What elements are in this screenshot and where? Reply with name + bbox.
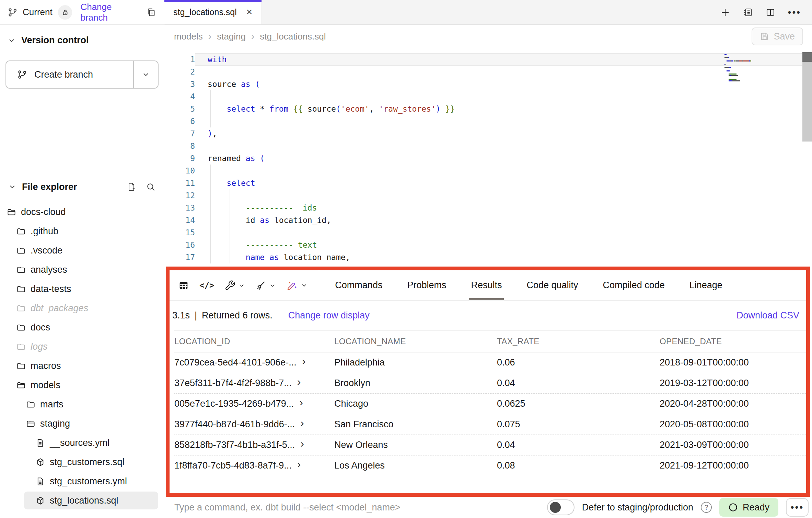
table-row[interactable]: 1f8ffa70-7cb5-4d83-8a7f-9...›Los Angeles… [174,455,806,476]
new-tab-icon[interactable] [720,7,730,18]
create-branch-button[interactable]: Create branch [6,61,133,88]
tree-item-stg-customers-yml[interactable]: stg_customers.yml [0,472,164,491]
expand-cell-icon[interactable]: › [297,459,301,470]
git-branch-icon [17,69,27,80]
changelog-icon[interactable] [743,7,753,18]
tree-item-dbt-packages[interactable]: dbt_packages [0,299,164,318]
command-bar: Defer to staging/production ? Ready ••• [164,497,812,518]
code-line-1[interactable]: 1with [164,53,802,66]
results-panel-annotated: </> [166,267,810,497]
code-line-3[interactable]: 3source as ( [164,78,802,90]
tree-item-staging[interactable]: staging [0,414,164,433]
scrollbar-thumb[interactable] [802,52,812,62]
table-view-icon[interactable] [174,280,194,291]
status-circle-icon [728,503,738,512]
code-line-9[interactable]: 9renamed as ( [164,152,802,165]
tree-item--github[interactable]: .github [0,222,164,241]
tree-item-label: models [31,380,60,391]
tree-item-analyses[interactable]: analyses [0,260,164,279]
line-number: 12 [164,189,195,202]
code-view-icon[interactable]: </> [195,281,219,290]
code-line-13[interactable]: 13 ---------- ids [164,202,802,214]
cell-location_id: 3977f440-b87d-461b-9dd6-...› [174,419,334,430]
tree-item-logs[interactable]: logs [0,337,164,356]
line-number: 16 [164,239,195,251]
line-number: 10 [164,165,195,177]
tree-item-stg-locations-sql[interactable]: stg_locations.sql [0,491,164,510]
download-csv-link[interactable]: Download CSV [736,310,799,321]
new-file-icon[interactable] [127,182,136,192]
branch-topbar: Current Change branch [0,0,164,25]
expand-cell-icon[interactable]: › [300,417,304,428]
code-line-10[interactable]: 10 [164,165,802,177]
code-line-5[interactable]: 5 select * from {{ source('ecom', 'raw_s… [164,103,802,115]
line-number: 11 [164,177,195,189]
panel-tab-commands[interactable]: Commands [323,270,395,300]
tree-item-macros[interactable]: macros [0,356,164,375]
cell-location_name: New Orleans [334,440,497,450]
defer-toggle[interactable] [547,499,575,515]
cleanup-icon[interactable] [251,280,280,291]
table-row[interactable]: 7c079cea-5ed4-4101-906e-...›Philadelphia… [174,352,806,373]
tree-item-marts[interactable]: marts [0,395,164,414]
code-line-15[interactable]: 15 [164,226,802,239]
table-row[interactable]: 858218fb-73f7-4b1b-a31f-5...›New Orleans… [174,435,806,455]
copy-branch-icon[interactable] [146,7,156,18]
tree-item-data-tests[interactable]: data-tests [0,279,164,299]
minimap[interactable] [724,54,798,82]
split-pane-icon[interactable] [765,7,776,18]
panel-tab-compiled-code[interactable]: Compiled code [591,270,677,300]
close-tab-icon[interactable]: ✕ [246,8,253,17]
panel-tab-problems[interactable]: Problems [395,270,459,300]
tab-stg-locations-sql[interactable]: stg_locations.sql ✕ [164,0,262,24]
change-branch-link[interactable]: Change branch [80,2,141,23]
change-row-display-link[interactable]: Change row display [288,310,370,321]
code-line-14[interactable]: 14 id as location_id, [164,214,802,226]
help-icon[interactable]: ? [701,502,712,513]
expand-cell-icon[interactable]: › [297,376,301,387]
file-doc-icon [36,438,45,448]
code-line-4[interactable]: 4 [164,90,802,103]
code-line-7[interactable]: 7), [164,127,802,140]
tree-item--vscode[interactable]: .vscode [0,241,164,260]
tree-item-stg-customers-sql[interactable]: stg_customers.sql [0,452,164,472]
more-options-icon[interactable]: ••• [788,8,801,17]
create-branch-dropdown[interactable] [134,61,158,88]
build-tools-icon[interactable] [220,280,250,291]
tree-item-docs[interactable]: docs [0,318,164,337]
code-line-17[interactable]: 17 name as location_name, [164,251,802,263]
code-line-16[interactable]: 16 ---------- text [164,239,802,251]
toggle-knob [550,502,561,513]
table-row[interactable]: 005e7e1c-1935-4269-b479...›Chicago0.0625… [174,394,806,414]
tree-item-models[interactable]: models [0,375,164,395]
folder-icon [16,265,26,274]
code-line-11[interactable]: 11 select [164,177,802,189]
save-button[interactable]: Save [752,27,803,45]
cell-opened_date: 2019-03-12T00:00:00 [660,378,806,388]
code-line-6[interactable]: 6 [164,115,802,127]
cell-location_name: Chicago [334,398,497,409]
more-actions-button[interactable]: ••• [786,498,809,517]
tree-item-label: macros [31,361,61,371]
code-lines: 1with23source as (45 select * from {{ so… [164,53,802,263]
expand-cell-icon[interactable]: › [302,356,306,367]
results-info-row: 3.1s | Returned 6 rows. Change row displ… [170,301,806,330]
ai-assist-icon[interactable] [282,280,312,291]
table-row[interactable]: 3977f440-b87d-461b-9dd6-...›San Francisc… [174,414,806,435]
ready-status-button[interactable]: Ready [719,498,778,517]
tree-item--sources-yml[interactable]: __sources.yml [0,433,164,452]
search-icon[interactable] [146,182,155,192]
tree-item-docs-cloud[interactable]: docs-cloud [0,202,164,222]
panel-tab-results[interactable]: Results [459,270,514,300]
expand-cell-icon[interactable]: › [299,397,303,408]
chevron-down-icon[interactable] [8,36,16,45]
code-line-12[interactable]: 12 [164,189,802,202]
panel-tab-lineage[interactable]: Lineage [677,270,735,300]
panel-tab-code-quality[interactable]: Code quality [514,270,590,300]
expand-cell-icon[interactable]: › [300,438,304,449]
command-input[interactable] [174,502,540,513]
code-line-2[interactable]: 2 [164,66,802,78]
code-line-8[interactable]: 8 [164,140,802,152]
chevron-down-icon[interactable] [8,183,16,191]
table-row[interactable]: 37e5f311-b7f4-4f2f-988b-7...›Brooklyn0.0… [174,373,806,394]
